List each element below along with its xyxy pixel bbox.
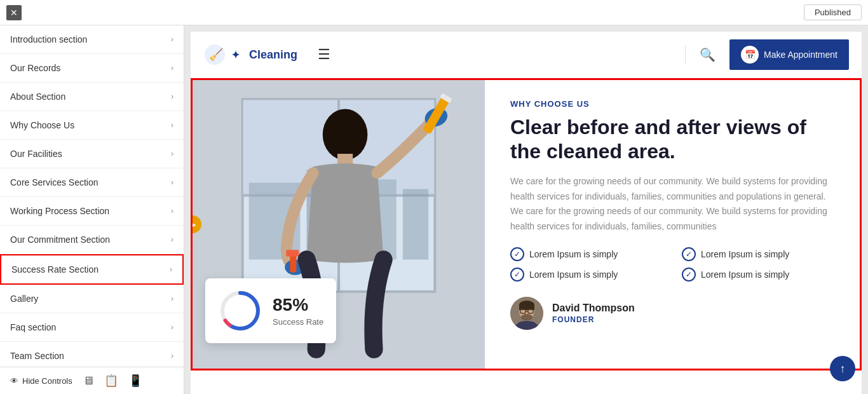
- sidebar-item-our-commitment-section[interactable]: Our Commitment Section ›: [0, 226, 184, 254]
- founder-avatar: [510, 297, 543, 330]
- chevron-right-icon: ›: [171, 235, 173, 244]
- feature-label: Lorem Ipsum is simply: [529, 269, 618, 280]
- sidebar-item-label: Our Commitment Section: [10, 234, 110, 245]
- hamburger-icon[interactable]: ☰: [318, 46, 330, 63]
- check-icon: ✓: [510, 268, 524, 282]
- logo-text: Cleaning: [249, 48, 297, 62]
- sidebar-item-success-rate-section[interactable]: Success Rate Section ›: [0, 254, 184, 285]
- founder-avatar-svg: [510, 297, 543, 330]
- sidebar-item-label: Team Section: [10, 351, 64, 361]
- success-percent: 85%: [273, 294, 323, 316]
- donut-chart: [218, 289, 262, 333]
- content-section: 85% Success Rate ▶ WHY CHOOSE US Clear b…: [191, 78, 862, 370]
- sidebar-item-label: Success Rate Section: [11, 264, 98, 275]
- svg-text:✦: ✦: [231, 50, 240, 60]
- founder-name: David Thompson: [552, 302, 635, 314]
- svg-point-12: [323, 109, 368, 160]
- feature-label: Lorem Ipsum is simply: [701, 249, 789, 259]
- check-icon: ✓: [682, 247, 696, 261]
- sidebar-item-label: Working Process Section: [10, 206, 109, 216]
- logo-icon: 🧹: [203, 43, 226, 66]
- success-rate-widget: 85% Success Rate: [205, 278, 336, 343]
- features-grid: ✓ Lorem Ipsum is simply ✓ Lorem Ipsum is…: [510, 247, 841, 282]
- hide-controls-button[interactable]: 👁 Hide Controls: [10, 376, 72, 386]
- feature-item: ✓ Lorem Ipsum is simply: [510, 268, 669, 282]
- chevron-right-icon: ›: [171, 351, 173, 360]
- feature-label: Lorem Ipsum is simply: [529, 249, 618, 259]
- svg-rect-19: [286, 250, 299, 256]
- founder-row: David Thompson FOUNDER: [510, 297, 841, 330]
- image-area: 85% Success Rate ▶: [193, 80, 485, 369]
- sidebar-item-label: Faq section: [10, 322, 56, 332]
- sidebar-item-label: Gallery: [10, 294, 38, 304]
- feature-item: ✓ Lorem Ipsum is simply: [682, 268, 841, 282]
- sidebar: Introduction section › Our Records › Abo…: [0, 25, 184, 394]
- website-nav: 🧹 ✦ Cleaning ☰ 🔍 📅 Make Appointment: [191, 32, 862, 78]
- sparkle-icon: ✦: [231, 43, 244, 66]
- chevron-right-icon: ›: [170, 265, 172, 274]
- founder-info: David Thompson FOUNDER: [552, 302, 635, 324]
- success-label: Success Rate: [273, 317, 323, 328]
- sidebar-item-our-facilities[interactable]: Our Facilities ›: [0, 140, 184, 168]
- sidebar-item-our-records[interactable]: Our Records ›: [0, 54, 184, 83]
- nav-divider: [685, 45, 686, 64]
- section-description: We care for the growing needs of our com…: [510, 174, 841, 234]
- preview-area: 🧹 ✦ Cleaning ☰ 🔍 📅 Make Appointment: [184, 25, 868, 394]
- svg-point-27: [521, 314, 532, 320]
- chevron-right-icon: ›: [171, 149, 173, 158]
- eye-icon: 👁: [10, 376, 18, 386]
- search-icon[interactable]: 🔍: [700, 47, 715, 62]
- chevron-right-icon: ›: [171, 121, 173, 130]
- sidebar-item-introduction-section[interactable]: Introduction section ›: [0, 25, 184, 54]
- scroll-to-top-button[interactable]: ↑: [830, 356, 855, 381]
- donut-svg: [218, 289, 262, 333]
- website-preview: 🧹 ✦ Cleaning ☰ 🔍 📅 Make Appointment: [191, 32, 862, 394]
- sidebar-item-label: Introduction section: [10, 34, 87, 44]
- check-icon: ✓: [682, 268, 696, 282]
- sidebar-item-label: Why Choose Us: [10, 120, 74, 130]
- calendar-icon: 📅: [741, 46, 759, 64]
- chevron-right-icon: ›: [171, 207, 173, 215]
- mobile-view-icon[interactable]: 📱: [128, 374, 142, 388]
- sidebar-item-faq-section[interactable]: Faq section ›: [0, 313, 184, 342]
- sidebar-item-label: Core Services Section: [10, 177, 98, 187]
- success-text: 85% Success Rate: [273, 294, 323, 327]
- make-appointment-label: Make Appointment: [764, 50, 837, 60]
- sidebar-item-about-section[interactable]: About Section ›: [0, 83, 184, 111]
- sidebar-item-working-process-section[interactable]: Working Process Section ›: [0, 197, 184, 226]
- top-bar: ✕ Published: [0, 0, 868, 25]
- chevron-right-icon: ›: [171, 178, 173, 187]
- sidebar-item-label: About Section: [10, 92, 65, 102]
- chevron-right-icon: ›: [171, 64, 173, 72]
- svg-text:🧹: 🧹: [209, 48, 224, 62]
- sidebar-item-why-choose-us[interactable]: Why Choose Us ›: [0, 111, 184, 140]
- sidebar-item-gallery[interactable]: Gallery ›: [0, 285, 184, 313]
- feature-item: ✓ Lorem Ipsum is simply: [510, 247, 669, 261]
- nav-logo: 🧹 ✦ Cleaning: [203, 43, 297, 66]
- right-content: WHY CHOOSE US Clear before and after vie…: [485, 80, 860, 369]
- hide-controls-label: Hide Controls: [22, 376, 72, 386]
- svg-rect-11: [403, 189, 428, 260]
- main-layout: Introduction section › Our Records › Abo…: [0, 25, 868, 394]
- tablet-view-icon[interactable]: 📋: [104, 374, 118, 388]
- chevron-right-icon: ›: [171, 323, 173, 332]
- published-button[interactable]: Published: [804, 4, 862, 20]
- close-button[interactable]: ✕: [6, 5, 22, 20]
- sidebar-items-container: Introduction section › Our Records › Abo…: [0, 25, 184, 370]
- sidebar-item-label: Our Facilities: [10, 149, 62, 159]
- chevron-right-icon: ›: [171, 294, 173, 303]
- feature-label: Lorem Ipsum is simply: [701, 269, 789, 280]
- chevron-right-icon: ›: [171, 92, 173, 101]
- sidebar-item-core-services-section[interactable]: Core Services Section ›: [0, 168, 184, 197]
- check-icon: ✓: [510, 247, 524, 261]
- section-tag: WHY CHOOSE US: [510, 99, 841, 109]
- founder-title: FOUNDER: [552, 315, 635, 324]
- sidebar-item-label: Our Records: [10, 63, 60, 73]
- section-title: Clear before and after views of the clea…: [510, 115, 841, 164]
- chevron-right-icon: ›: [171, 35, 173, 44]
- feature-item: ✓ Lorem Ipsum is simply: [682, 247, 841, 261]
- make-appointment-button[interactable]: 📅 Make Appointment: [729, 39, 849, 70]
- sidebar-bottom: 👁 Hide Controls 🖥 📋 📱: [0, 367, 184, 394]
- desktop-view-icon[interactable]: 🖥: [83, 374, 94, 388]
